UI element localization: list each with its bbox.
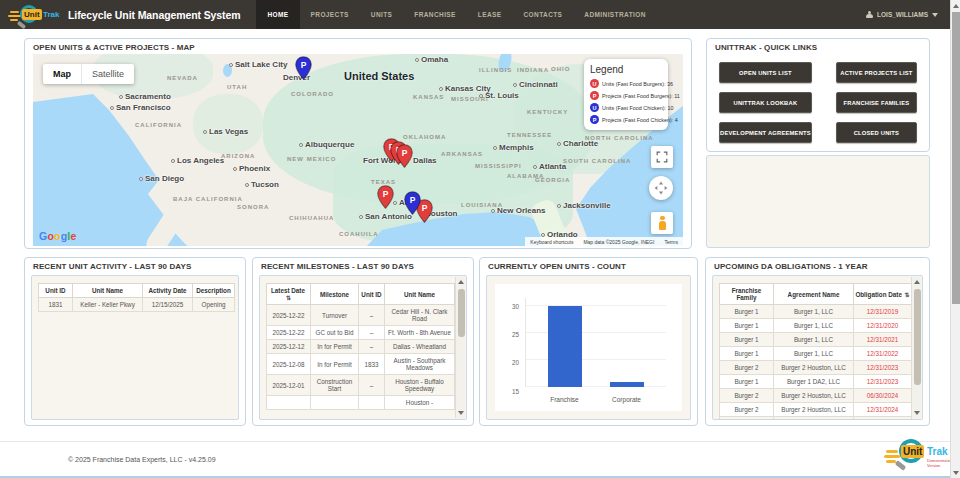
state-label: NEW MEXICO: [287, 156, 336, 162]
column-header: Agreement Name: [774, 284, 854, 305]
table-row[interactable]: 2025-12-22Turnover–Cedar Hill - N. Clark…: [267, 305, 455, 326]
column-header[interactable]: Obligation Date ⇅: [854, 284, 912, 305]
nav-item-home[interactable]: HOME: [256, 0, 299, 29]
table-row[interactable]: Burger 2Burger 2 Houston, LLC06/30/2024: [720, 389, 912, 403]
column-header: Unit ID: [359, 284, 385, 305]
scroll-up-icon[interactable]: [951, 0, 960, 11]
sort-icon[interactable]: ⇅: [286, 295, 291, 301]
table-row[interactable]: 2025-12-12In for Permit–Dallas - Wheatla…: [267, 340, 455, 354]
legend-label: Units (Fast Food Burgers): 36: [602, 81, 673, 87]
nav-item-units[interactable]: UNITS: [360, 0, 404, 29]
table-cell: –: [359, 305, 385, 326]
table-row[interactable]: 2025-12-08In for Permit1833Austin - Sout…: [267, 354, 455, 375]
closed-units-button[interactable]: CLOSED UNITS: [836, 122, 917, 143]
scrollbar-thumb[interactable]: [914, 289, 921, 385]
brand[interactable]: Unit Trak Lifecycle Unit Management Syst…: [0, 4, 240, 26]
attribution-text[interactable]: Map data ©2025 Google, INEGI: [578, 239, 659, 245]
nav-menu: HOMEPROJECTSUNITSFRANCHISELEASECONTACTSA…: [256, 0, 656, 29]
city-dot-icon: [203, 130, 207, 134]
maptype-map[interactable]: Map: [43, 64, 81, 84]
google-map[interactable]: NEVADAUTAHCOLORADOCALIFORNIAARIZONANEW M…: [33, 54, 683, 246]
table-cell: Burger 1: [720, 347, 774, 361]
scroll-down-icon[interactable]: [456, 408, 466, 418]
quick-links-panel: UNITTRAK - QUICK LINKS OPEN UNITS LISTAC…: [706, 38, 930, 152]
table-header-row: Franchise FamilyAgreement NameObligation…: [720, 284, 912, 305]
city-dot-icon: [119, 95, 123, 99]
scroll-down-icon[interactable]: [912, 408, 922, 418]
user-menu[interactable]: LOIS_WILLIAMS: [865, 0, 938, 29]
scrollbar-thumb[interactable]: [458, 289, 465, 337]
pan-icon: [653, 180, 669, 196]
unittrak-lookbak-button[interactable]: UNITTRAK LOOKBAK: [719, 92, 812, 113]
city-name: Phoenix: [239, 164, 270, 173]
column-header: Unit Name: [73, 284, 143, 298]
development-agreements-button[interactable]: DEVELOPMENT AGREEMENTS: [719, 122, 812, 143]
google-letter: o: [54, 230, 61, 242]
map-pin-icon[interactable]: P: [377, 185, 394, 209]
city-label: St. Louis: [479, 91, 519, 100]
bar-chart: 15202530 FranchiseCorporate: [495, 284, 682, 411]
page-scrollbar[interactable]: [950, 0, 960, 478]
footer-divider: [0, 441, 960, 442]
table-cell: 2025-12-01: [267, 375, 311, 396]
da-scrollbar[interactable]: [911, 277, 921, 418]
table-header-row: Unit IDUnit NameActivity DateDescription: [39, 284, 235, 298]
scroll-down-icon[interactable]: [951, 467, 960, 478]
nav-item-administration[interactable]: ADMINISTRATION: [573, 0, 656, 29]
table-row[interactable]: Burger 2Burger 2 Houston, LLC12/31/2023: [720, 361, 912, 375]
nav-item-contacts[interactable]: CONTACTS: [513, 0, 574, 29]
sort-icon[interactable]: ⇅: [903, 292, 910, 298]
map-pin-icon[interactable]: P: [295, 56, 312, 80]
table-row[interactable]: Burger 1Burger 1 DA2, LLC12/31/2024: [720, 417, 912, 421]
attribution-text[interactable]: Terms: [659, 239, 683, 245]
attribution-text[interactable]: Keyboard shortcuts: [525, 239, 578, 245]
pan-control[interactable]: [649, 176, 673, 200]
table-row[interactable]: Burger 1Burger 1, LLC12/31/2020: [720, 319, 912, 333]
table-row[interactable]: Burger 1Burger 1, LLC12/31/2021: [720, 333, 912, 347]
table-row[interactable]: Burger 2Burger 2 Houston, LLC12/31/2024: [720, 403, 912, 417]
google-logo: Google: [39, 230, 76, 242]
table-row[interactable]: Burger 1Burger 1, LLC12/31/2022: [720, 347, 912, 361]
country-label: United States: [344, 70, 414, 82]
milestones-scrollbar[interactable]: [455, 277, 465, 418]
pegman-button[interactable]: [651, 212, 673, 234]
fullscreen-button[interactable]: [651, 146, 673, 168]
map-panel-title: OPEN UNITS & ACTIVE PROJECTS - MAP: [25, 39, 691, 53]
table-row[interactable]: 2025-12-22GC out to Bid–Ft. Worth - 8th …: [267, 326, 455, 340]
table-row[interactable]: Burger 1Burger 1, LLC12/31/2019: [720, 305, 912, 319]
nav-item-franchise[interactable]: FRANCHISE: [403, 0, 467, 29]
chart-box: 15202530 FranchiseCorporate: [486, 275, 691, 420]
city-dot-icon: [557, 142, 561, 146]
maptype-satellite[interactable]: Satellite: [81, 64, 134, 84]
city-dot-icon: [110, 106, 114, 110]
scroll-up-icon[interactable]: [456, 277, 466, 287]
table-cell: 12/31/2021: [854, 333, 912, 347]
city-label: New Orleans: [491, 206, 545, 215]
map-pin-icon[interactable]: P: [396, 144, 413, 168]
column-header[interactable]: Latest Date ⇅: [267, 284, 311, 305]
table-cell: 2025-12-12: [267, 340, 311, 354]
map-attribution: Keyboard shortcutsMap data ©2025 Google,…: [525, 237, 683, 246]
open-units-list-button[interactable]: OPEN UNITS LIST: [719, 62, 812, 83]
nav-item-projects[interactable]: PROJECTS: [300, 0, 360, 29]
city-dot-icon: [493, 146, 497, 150]
svg-text:P: P: [383, 189, 389, 199]
nav-item-lease[interactable]: LEASE: [467, 0, 513, 29]
state-label: ILLINOIS: [479, 67, 512, 73]
city-name: Jacksonville: [563, 201, 611, 210]
table-row[interactable]: 2025-12-01Construction Start–Houston - B…: [267, 375, 455, 396]
active-projects-list-button[interactable]: ACTIVE PROJECTS LIST: [836, 62, 917, 83]
table-row[interactable]: Houston -: [267, 396, 455, 410]
map-pin-icon[interactable]: P: [404, 191, 421, 215]
scrollbar-thumb[interactable]: [952, 12, 960, 304]
city-label: Sacramento: [119, 92, 171, 101]
scroll-up-icon[interactable]: [912, 277, 922, 287]
franchise-families-button[interactable]: FRANCHISE FAMILIES: [836, 92, 917, 113]
city-name: Sacramento: [125, 92, 171, 101]
bar-franchise[interactable]: [548, 306, 582, 387]
table-row[interactable]: 1831Keller - Keller Pkwy12/15/2025Openin…: [39, 298, 235, 312]
city-label: San Diego: [139, 174, 184, 183]
table-row[interactable]: Burger 1Burger 1 DA2, LLC12/31/2023: [720, 375, 912, 389]
legend-title: Legend: [590, 64, 662, 75]
bar-corporate[interactable]: [610, 382, 644, 387]
